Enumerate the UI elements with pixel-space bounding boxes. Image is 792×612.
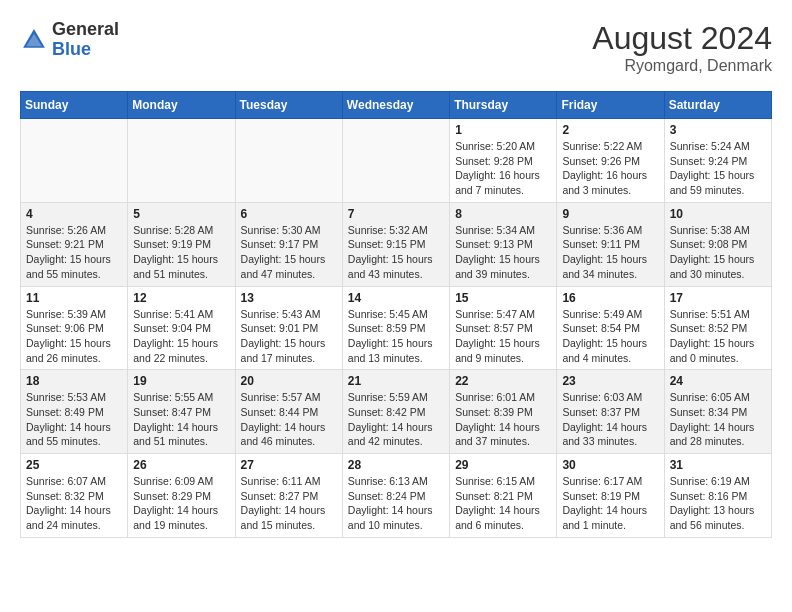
day-info: Sunrise: 5:45 AM Sunset: 8:59 PM Dayligh…: [348, 307, 444, 366]
day-number: 27: [241, 458, 337, 472]
day-info: Sunrise: 5:47 AM Sunset: 8:57 PM Dayligh…: [455, 307, 551, 366]
title-block: August 2024 Ryomgard, Denmark: [592, 20, 772, 75]
day-info: Sunrise: 6:03 AM Sunset: 8:37 PM Dayligh…: [562, 390, 658, 449]
calendar-cell: 24Sunrise: 6:05 AM Sunset: 8:34 PM Dayli…: [664, 370, 771, 454]
day-number: 22: [455, 374, 551, 388]
calendar-cell: 4Sunrise: 5:26 AM Sunset: 9:21 PM Daylig…: [21, 202, 128, 286]
logo-general: General: [52, 20, 119, 40]
day-number: 2: [562, 123, 658, 137]
day-info: Sunrise: 5:38 AM Sunset: 9:08 PM Dayligh…: [670, 223, 766, 282]
day-number: 25: [26, 458, 122, 472]
weekday-header: Saturday: [664, 92, 771, 119]
day-number: 19: [133, 374, 229, 388]
weekday-row: SundayMondayTuesdayWednesdayThursdayFrid…: [21, 92, 772, 119]
day-info: Sunrise: 6:01 AM Sunset: 8:39 PM Dayligh…: [455, 390, 551, 449]
weekday-header: Sunday: [21, 92, 128, 119]
day-number: 29: [455, 458, 551, 472]
calendar-week-row: 11Sunrise: 5:39 AM Sunset: 9:06 PM Dayli…: [21, 286, 772, 370]
calendar-cell: 16Sunrise: 5:49 AM Sunset: 8:54 PM Dayli…: [557, 286, 664, 370]
calendar-cell: 6Sunrise: 5:30 AM Sunset: 9:17 PM Daylig…: [235, 202, 342, 286]
calendar-cell: 18Sunrise: 5:53 AM Sunset: 8:49 PM Dayli…: [21, 370, 128, 454]
calendar-cell: 31Sunrise: 6:19 AM Sunset: 8:16 PM Dayli…: [664, 454, 771, 538]
calendar-cell: 8Sunrise: 5:34 AM Sunset: 9:13 PM Daylig…: [450, 202, 557, 286]
calendar-cell: 30Sunrise: 6:17 AM Sunset: 8:19 PM Dayli…: [557, 454, 664, 538]
day-number: 18: [26, 374, 122, 388]
calendar-cell: 17Sunrise: 5:51 AM Sunset: 8:52 PM Dayli…: [664, 286, 771, 370]
calendar-cell: 25Sunrise: 6:07 AM Sunset: 8:32 PM Dayli…: [21, 454, 128, 538]
day-number: 10: [670, 207, 766, 221]
day-number: 15: [455, 291, 551, 305]
calendar-cell: 15Sunrise: 5:47 AM Sunset: 8:57 PM Dayli…: [450, 286, 557, 370]
day-info: Sunrise: 5:43 AM Sunset: 9:01 PM Dayligh…: [241, 307, 337, 366]
calendar-cell: 22Sunrise: 6:01 AM Sunset: 8:39 PM Dayli…: [450, 370, 557, 454]
calendar-cell: [128, 119, 235, 203]
weekday-header: Wednesday: [342, 92, 449, 119]
day-info: Sunrise: 5:24 AM Sunset: 9:24 PM Dayligh…: [670, 139, 766, 198]
day-info: Sunrise: 5:55 AM Sunset: 8:47 PM Dayligh…: [133, 390, 229, 449]
day-info: Sunrise: 6:17 AM Sunset: 8:19 PM Dayligh…: [562, 474, 658, 533]
day-number: 30: [562, 458, 658, 472]
day-info: Sunrise: 5:36 AM Sunset: 9:11 PM Dayligh…: [562, 223, 658, 282]
calendar-cell: 28Sunrise: 6:13 AM Sunset: 8:24 PM Dayli…: [342, 454, 449, 538]
calendar-cell: 20Sunrise: 5:57 AM Sunset: 8:44 PM Dayli…: [235, 370, 342, 454]
logo: General Blue: [20, 20, 119, 60]
day-number: 24: [670, 374, 766, 388]
day-info: Sunrise: 5:26 AM Sunset: 9:21 PM Dayligh…: [26, 223, 122, 282]
day-info: Sunrise: 5:22 AM Sunset: 9:26 PM Dayligh…: [562, 139, 658, 198]
day-number: 14: [348, 291, 444, 305]
day-number: 9: [562, 207, 658, 221]
day-number: 28: [348, 458, 444, 472]
day-number: 20: [241, 374, 337, 388]
calendar-cell: [235, 119, 342, 203]
calendar-cell: 14Sunrise: 5:45 AM Sunset: 8:59 PM Dayli…: [342, 286, 449, 370]
day-info: Sunrise: 5:51 AM Sunset: 8:52 PM Dayligh…: [670, 307, 766, 366]
day-number: 23: [562, 374, 658, 388]
calendar-cell: 26Sunrise: 6:09 AM Sunset: 8:29 PM Dayli…: [128, 454, 235, 538]
day-info: Sunrise: 5:34 AM Sunset: 9:13 PM Dayligh…: [455, 223, 551, 282]
day-info: Sunrise: 6:19 AM Sunset: 8:16 PM Dayligh…: [670, 474, 766, 533]
day-info: Sunrise: 5:59 AM Sunset: 8:42 PM Dayligh…: [348, 390, 444, 449]
calendar-week-row: 18Sunrise: 5:53 AM Sunset: 8:49 PM Dayli…: [21, 370, 772, 454]
day-number: 5: [133, 207, 229, 221]
calendar-week-row: 4Sunrise: 5:26 AM Sunset: 9:21 PM Daylig…: [21, 202, 772, 286]
day-number: 12: [133, 291, 229, 305]
calendar-cell: 2Sunrise: 5:22 AM Sunset: 9:26 PM Daylig…: [557, 119, 664, 203]
calendar-body: 1Sunrise: 5:20 AM Sunset: 9:28 PM Daylig…: [21, 119, 772, 538]
weekday-header: Thursday: [450, 92, 557, 119]
day-info: Sunrise: 5:53 AM Sunset: 8:49 PM Dayligh…: [26, 390, 122, 449]
day-number: 8: [455, 207, 551, 221]
calendar-cell: 5Sunrise: 5:28 AM Sunset: 9:19 PM Daylig…: [128, 202, 235, 286]
day-number: 16: [562, 291, 658, 305]
day-number: 6: [241, 207, 337, 221]
day-info: Sunrise: 5:20 AM Sunset: 9:28 PM Dayligh…: [455, 139, 551, 198]
day-info: Sunrise: 5:41 AM Sunset: 9:04 PM Dayligh…: [133, 307, 229, 366]
day-number: 21: [348, 374, 444, 388]
day-info: Sunrise: 6:13 AM Sunset: 8:24 PM Dayligh…: [348, 474, 444, 533]
day-info: Sunrise: 5:49 AM Sunset: 8:54 PM Dayligh…: [562, 307, 658, 366]
calendar-cell: 19Sunrise: 5:55 AM Sunset: 8:47 PM Dayli…: [128, 370, 235, 454]
month-year: August 2024: [592, 20, 772, 57]
day-info: Sunrise: 5:28 AM Sunset: 9:19 PM Dayligh…: [133, 223, 229, 282]
weekday-header: Monday: [128, 92, 235, 119]
day-number: 31: [670, 458, 766, 472]
day-info: Sunrise: 5:39 AM Sunset: 9:06 PM Dayligh…: [26, 307, 122, 366]
calendar-cell: 23Sunrise: 6:03 AM Sunset: 8:37 PM Dayli…: [557, 370, 664, 454]
calendar-week-row: 1Sunrise: 5:20 AM Sunset: 9:28 PM Daylig…: [21, 119, 772, 203]
calendar-cell: 21Sunrise: 5:59 AM Sunset: 8:42 PM Dayli…: [342, 370, 449, 454]
day-number: 17: [670, 291, 766, 305]
day-info: Sunrise: 5:32 AM Sunset: 9:15 PM Dayligh…: [348, 223, 444, 282]
day-info: Sunrise: 5:57 AM Sunset: 8:44 PM Dayligh…: [241, 390, 337, 449]
page-header: General Blue August 2024 Ryomgard, Denma…: [20, 20, 772, 75]
calendar-cell: 12Sunrise: 5:41 AM Sunset: 9:04 PM Dayli…: [128, 286, 235, 370]
day-number: 7: [348, 207, 444, 221]
logo-icon: [20, 26, 48, 54]
weekday-header: Tuesday: [235, 92, 342, 119]
calendar-cell: 27Sunrise: 6:11 AM Sunset: 8:27 PM Dayli…: [235, 454, 342, 538]
day-number: 1: [455, 123, 551, 137]
day-info: Sunrise: 5:30 AM Sunset: 9:17 PM Dayligh…: [241, 223, 337, 282]
weekday-header: Friday: [557, 92, 664, 119]
calendar-cell: 1Sunrise: 5:20 AM Sunset: 9:28 PM Daylig…: [450, 119, 557, 203]
calendar-cell: [21, 119, 128, 203]
calendar-cell: 3Sunrise: 5:24 AM Sunset: 9:24 PM Daylig…: [664, 119, 771, 203]
day-info: Sunrise: 6:09 AM Sunset: 8:29 PM Dayligh…: [133, 474, 229, 533]
